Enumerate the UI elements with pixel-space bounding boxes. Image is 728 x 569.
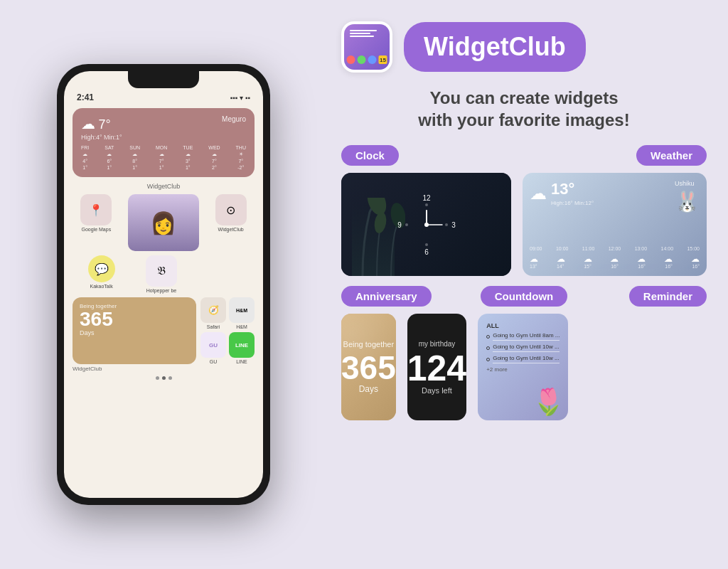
temp-info: 13° High:16° Min:12° (551, 180, 594, 206)
phone-weather-highlow: High:4° Min:1° (81, 134, 122, 141)
weather-temp: 13° (551, 180, 594, 198)
left-panel: 2:41 ▪▪▪ ▾ ▪▪ ☁ 7° High:4° Min:1° Meguro (0, 0, 327, 569)
reminder-preview[interactable]: ALL Going to Gym Until 8am ... Going to … (478, 314, 568, 420)
ann-unit: Days (341, 384, 396, 394)
phone-app-hm[interactable]: H&M H&M (229, 297, 255, 329)
phone-app-maps[interactable]: 📍 Google Maps (80, 194, 112, 251)
reminder-label: Reminder (629, 286, 707, 307)
nav-dot-3 (168, 376, 172, 380)
phone-photo: 👩 (128, 194, 199, 251)
tagline-line1: You can create widgets (341, 87, 707, 109)
app-icon-wrapper: 15 (341, 21, 392, 73)
weather-day: TUE☁3°1° (183, 145, 193, 170)
tagline-line2: with your favorite images! (341, 109, 707, 131)
icon-dot-green (358, 55, 366, 64)
clock-preview[interactable]: 12 3 6 9 (341, 173, 511, 276)
weather-preview[interactable]: ☁ 13° High:16° Min:12° Ushiku 🐰 09:00 10… (523, 173, 707, 276)
phone-ann-number: 365 (80, 309, 189, 329)
app-title-wrapper: WidgetClub (404, 22, 586, 72)
widget-previews-row1: 12 3 6 9 (341, 173, 707, 276)
tagline: You can create widgets with your favorit… (341, 87, 707, 131)
widgetclub-bottom-label: WidgetClub (73, 366, 102, 372)
hotpepper-label: Hotpepper be (146, 288, 176, 293)
phone-bottom-row: Being together 365 Days 🧭 Safari H& (73, 297, 255, 364)
weather-top: ☁ 7° High:4° Min:1° Meguro (81, 115, 246, 141)
icon-dot-blue (368, 55, 377, 64)
ann-number: 365 (341, 351, 396, 384)
nav-dot-2 (162, 376, 166, 380)
countdown-number: 124 (407, 351, 466, 386)
app-title: WidgetClub (424, 32, 566, 61)
phone-small-apps: 🧭 Safari H&M H&M GU GU (200, 297, 255, 364)
anniversary-preview[interactable]: Being together 365 Days (341, 314, 396, 420)
svg-text:12: 12 (422, 194, 431, 202)
status-time: 2:41 (77, 92, 94, 102)
countdown-unit: Days left (422, 386, 452, 395)
weather-temp-row: 13°14°15°16°16°16°16° (530, 264, 700, 269)
phone-weather-widget[interactable]: ☁ 7° High:4° Min:1° Meguro FRI☁4°1° SAT☁… (73, 108, 255, 177)
ann-title: Being together (341, 340, 396, 349)
phone-apps-row1: 📍 Google Maps 👩 ⊙ WidgetClub (73, 194, 255, 251)
phone-app-gu[interactable]: GU GU (200, 332, 226, 364)
phone-app-widgetclub[interactable]: ⊙ WidgetClub (215, 194, 247, 251)
phone-app-line[interactable]: LINE LINE (229, 332, 255, 364)
svg-point-1 (373, 211, 388, 234)
phone-notch (128, 71, 199, 88)
reminder-dot-3 (486, 358, 490, 361)
tulip-decoration: 🌷 (529, 314, 568, 420)
app-header: 15 WidgetClub (341, 21, 707, 73)
phone-app-hotpepper[interactable]: 𝔅 Hotpepper be (146, 255, 177, 293)
weather-day: SUN☁8°1° (129, 145, 140, 170)
svg-text:6: 6 (424, 248, 429, 256)
line-icon: LINE (229, 332, 255, 358)
status-icons: ▪▪▪ ▾ ▪▪ (230, 94, 250, 102)
phone-weather-days: FRI☁4°1° SAT☁6°1° SUN☁8°1° MON☁7°1° TUE☁… (81, 145, 246, 170)
weather-temp-area: ☁ 13° High:16° Min:12° (530, 180, 594, 206)
safari-icon: 🧭 (200, 297, 226, 323)
weather-left: ☁ 7° High:4° Min:1° (81, 115, 122, 141)
svg-point-9 (425, 243, 428, 246)
gu-icon: GU (200, 332, 226, 358)
weather-day: MON☁7°1° (156, 145, 167, 170)
kakao-label: KakaoTalk (90, 284, 113, 289)
phone-screen-content: 2:41 ▪▪▪ ▾ ▪▪ ☁ 7° High:4° Min:1° Meguro (64, 71, 263, 498)
widget-labels-row1: Clock Weather (341, 145, 707, 166)
apps-row-bottom: GU GU LINE LINE (200, 332, 255, 364)
countdown-preview[interactable]: my birthday 124 Days left (407, 314, 466, 420)
weather-day: WED☁7°2° (208, 145, 220, 170)
maps-icon: 📍 (80, 194, 112, 225)
hm-label: H&M (236, 324, 247, 329)
icon-line (350, 33, 370, 34)
icon-lines (350, 30, 384, 37)
svg-point-7 (425, 203, 428, 206)
phone-ann-title: Being together (80, 303, 189, 309)
apps-row-top: 🧭 Safari H&M H&M (200, 297, 255, 329)
weather-day: THU☀7°-2° (236, 145, 246, 170)
nav-dot-1 (156, 376, 159, 380)
spacer (208, 255, 239, 293)
phone-widgetclub-label: WidgetClub (73, 183, 255, 190)
phone-anniversary-widget[interactable]: Being together 365 Days (73, 297, 196, 364)
clock-label-col: Clock (341, 145, 518, 166)
hm-icon: H&M (229, 297, 255, 323)
hotpepper-icon: 𝔅 (146, 255, 177, 287)
weather-preview-top: ☁ 13° High:16° Min:12° Ushiku 🐰 (530, 180, 700, 213)
phone-app-kakao[interactable]: 💬 KakaoTalk (88, 255, 115, 293)
app-icon: 15 (344, 24, 390, 70)
svg-text:3: 3 (451, 221, 456, 229)
svg-point-8 (445, 223, 448, 226)
weather-times: 09:00 10:00 11:00 12:00 13:00 14:00 15:0… (530, 246, 700, 251)
cloud-icon: ☁ (530, 184, 547, 203)
svg-point-10 (405, 223, 408, 226)
rabbit-icon: 🐰 (675, 190, 700, 213)
phone-app-widget-photo: 👩 (128, 194, 199, 251)
phone-weather-loc: Meguro (222, 115, 246, 123)
ann-content: Being together 365 Days (341, 340, 396, 394)
icon-line (350, 30, 377, 31)
weather-day: SAT☁6°1° (105, 145, 114, 170)
phone-screen-area: 2:41 ▪▪▪ ▾ ▪▪ ☁ 7° High:4° Min:1° Meguro (64, 71, 263, 498)
weather-right: Ushiku 🐰 (675, 180, 700, 213)
phone-ann-days: Days (80, 329, 189, 336)
widget-section: Clock Weather (341, 145, 707, 555)
phone-app-safari[interactable]: 🧭 Safari (200, 297, 226, 329)
